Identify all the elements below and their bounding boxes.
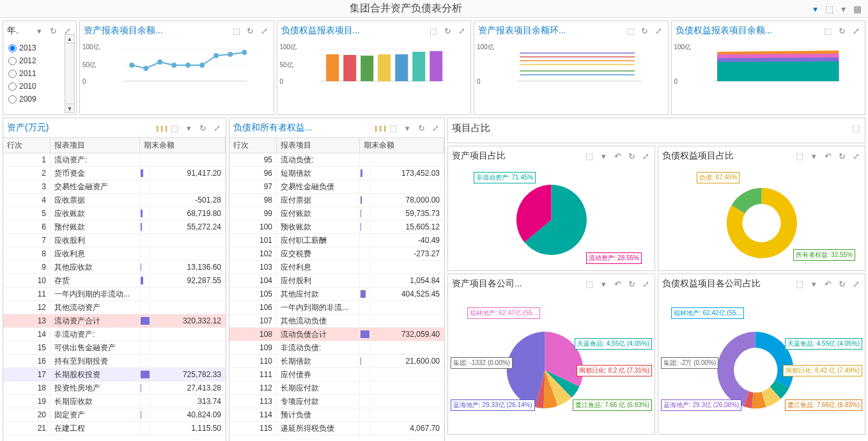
filter-icon[interactable]: ▾	[841, 4, 846, 14]
table-row[interactable]: 101应付职工薪酬-40.49	[229, 234, 444, 247]
export-icon[interactable]: ⬚	[584, 151, 594, 161]
refresh-icon[interactable]: ↻	[48, 26, 58, 36]
table-row[interactable]: 11一年内到期的非流动...	[3, 288, 226, 301]
export-icon[interactable]: ⬚	[428, 26, 438, 36]
bars-icon[interactable]: ⫿⫿⫿	[155, 123, 166, 133]
filter-icon[interactable]: ▾	[809, 151, 819, 161]
table-row[interactable]: 16持有至到期投资	[3, 355, 226, 368]
refresh-icon[interactable]: ↻	[837, 26, 847, 36]
table-row[interactable]: 3交易性金融资产	[3, 180, 226, 194]
refresh-icon[interactable]: ↻	[198, 123, 208, 133]
export-icon[interactable]: ⬚	[794, 279, 805, 289]
expand-icon[interactable]: ⤢	[654, 26, 664, 36]
year-radio[interactable]	[8, 70, 17, 78]
table-row[interactable]: 107其他流动负债	[229, 314, 444, 328]
year-option[interactable]: 2012	[8, 54, 71, 67]
expand-icon[interactable]: ⤢	[456, 26, 467, 36]
table-row[interactable]: 18投资性房地产27,413.28	[3, 382, 226, 395]
table-row[interactable]: 97交易性金融负债	[229, 180, 444, 194]
export-icon[interactable]: ⬚	[584, 279, 594, 289]
expand-icon[interactable]: ⤢	[640, 151, 651, 161]
scroll-up-icon[interactable]: ▲	[65, 35, 74, 43]
year-option[interactable]: 2011	[8, 67, 71, 80]
undo-icon[interactable]: ↶	[823, 151, 833, 161]
table-row[interactable]: 96短期借款173,452.03	[229, 167, 444, 180]
table-row[interactable]: 17长期股权投资725,782.33	[3, 368, 226, 382]
export-icon[interactable]: ⬚	[231, 26, 242, 36]
filter-pin-icon[interactable]: ▾	[813, 4, 818, 14]
expand-icon[interactable]: ⤢	[212, 123, 222, 133]
bars-icon[interactable]: ⫿⫿⫿	[374, 123, 384, 133]
export-icon[interactable]: ⬚	[825, 4, 833, 14]
undo-icon[interactable]: ↶	[612, 279, 623, 289]
export-icon[interactable]: ⬚	[823, 26, 833, 36]
expand-icon[interactable]: ⤢	[260, 26, 270, 36]
table-row[interactable]: 6预付账款55,272.24	[3, 220, 226, 234]
table-row[interactable]: 99应付账款59,735.73	[229, 207, 444, 220]
table-row[interactable]: 98应付票据78,000.00	[229, 194, 444, 207]
table-row[interactable]: 109非流动负债:	[229, 341, 444, 355]
table-row[interactable]: 115递延所得税负债4,067.70	[229, 422, 444, 435]
refresh-icon[interactable]: ↻	[442, 26, 453, 36]
table-row[interactable]: 4应收票据-501.28	[3, 194, 226, 207]
refresh-icon[interactable]: ↻	[837, 151, 847, 161]
table-row[interactable]: 12其他流动资产	[3, 301, 226, 314]
year-option[interactable]: 2013	[8, 42, 71, 54]
table-row[interactable]: 8应收利息	[3, 247, 226, 261]
table-row[interactable]: 2货币资金91,417.20	[3, 167, 226, 180]
filter-icon[interactable]: ▾	[598, 279, 608, 289]
table-row[interactable]: 13流动资产合计320,332.12	[3, 314, 226, 328]
table-row[interactable]: 14非流动资产:	[3, 328, 226, 341]
year-radio[interactable]	[8, 57, 17, 65]
grid-icon[interactable]: ▦	[853, 4, 862, 14]
refresh-icon[interactable]: ↻	[626, 279, 637, 289]
table-row[interactable]: 9其他应收款13,136.60	[3, 261, 226, 274]
expand-icon[interactable]: ⤢	[851, 26, 861, 36]
expand-icon[interactable]: ⤢	[640, 279, 651, 289]
table-row[interactable]: 104应付股利1,054.84	[229, 274, 444, 288]
table-row[interactable]: 21在建工程1,115.50	[3, 422, 226, 435]
filter-icon[interactable]: ▾	[809, 279, 819, 289]
table-row[interactable]: 1流动资产:	[3, 153, 226, 167]
export-icon[interactable]: ⬚	[626, 26, 636, 36]
filter-icon[interactable]: ▾	[34, 26, 44, 36]
filter-icon[interactable]: ▾	[402, 123, 412, 133]
undo-icon[interactable]: ↶	[823, 279, 833, 289]
export-icon[interactable]: ⬚	[388, 123, 398, 133]
table-row[interactable]: 19长期应收款313.74	[3, 395, 226, 408]
refresh-icon[interactable]: ↻	[626, 151, 637, 161]
refresh-icon[interactable]: ↻	[837, 279, 847, 289]
table-row[interactable]: 5应收账款68,719.80	[3, 207, 226, 220]
expand-icon[interactable]: ⤢	[851, 151, 861, 161]
scroll-down-icon[interactable]: ▼	[65, 104, 74, 112]
year-radio[interactable]	[8, 95, 17, 104]
undo-icon[interactable]: ↶	[612, 151, 623, 161]
table-row[interactable]: 110长期借款21,600.00	[229, 355, 444, 368]
table-row[interactable]: 113专项应付款	[229, 395, 444, 408]
table-row[interactable]: 102应交税费-273.27	[229, 247, 444, 261]
expand-icon[interactable]: ⤢	[430, 123, 440, 133]
table-row[interactable]: 114预计负债	[229, 408, 444, 422]
filter-icon[interactable]: ▾	[598, 151, 608, 161]
expand-icon[interactable]: ⤢	[851, 279, 861, 289]
filter-icon[interactable]: ▾	[183, 123, 194, 133]
table-row[interactable]: 106一年内到期的非流...	[229, 301, 444, 314]
table-row[interactable]: 10存货92,287.55	[3, 274, 226, 288]
scrollbar[interactable]: ▲▼	[65, 34, 75, 113]
table-row[interactable]: 111应付债券	[229, 368, 444, 382]
table-row[interactable]: 15可供出售金融资产	[3, 341, 226, 355]
export-icon[interactable]: ⬚	[794, 151, 805, 161]
refresh-icon[interactable]: ↻	[245, 26, 256, 36]
refresh-icon[interactable]: ↻	[416, 123, 426, 133]
table-row[interactable]: 108流动负债合计732,059.40	[229, 328, 444, 341]
table-row[interactable]: 105其他应付款404,525.45	[229, 288, 444, 301]
export-icon[interactable]: ⬚	[851, 123, 861, 133]
table-row[interactable]: 20固定资产40,824.09	[3, 408, 226, 422]
table-row[interactable]: 103应付利息	[229, 261, 444, 274]
year-option[interactable]: 2009	[8, 93, 71, 105]
refresh-icon[interactable]: ↻	[640, 26, 650, 36]
export-icon[interactable]: ⬚	[169, 123, 180, 133]
table-row[interactable]: 100预收账款15,605.12	[229, 220, 444, 234]
table-row[interactable]: 112长期应付款	[229, 382, 444, 395]
table-row[interactable]: 7应收股利	[3, 234, 226, 247]
